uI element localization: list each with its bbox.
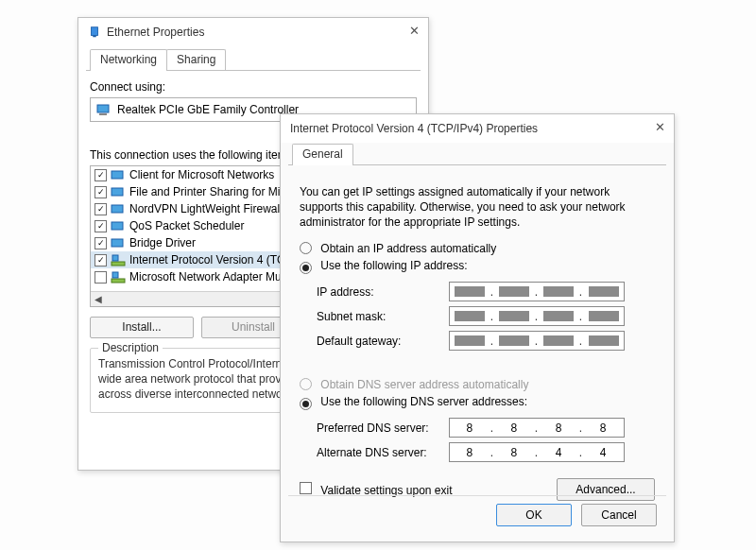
ok-button[interactable]: OK xyxy=(496,504,572,526)
cancel-button[interactable]: Cancel xyxy=(581,504,657,526)
preferred-dns-label: Preferred DNS server: xyxy=(317,421,449,435)
divider xyxy=(288,495,666,496)
svg-rect-2 xyxy=(97,105,109,112)
radio-ip-manual[interactable]: Use the following IP address: xyxy=(300,259,655,274)
default-gateway-label: Default gateway: xyxy=(317,335,449,348)
radio-icon xyxy=(300,262,312,274)
install-button[interactable]: Install... xyxy=(90,317,194,338)
service-icon xyxy=(111,168,126,181)
octet[interactable]: 4 xyxy=(541,446,576,459)
ethernet-icon xyxy=(88,26,101,39)
octet[interactable]: 8 xyxy=(453,421,487,435)
service-icon xyxy=(111,236,126,249)
list-item-label: Client for Microsoft Networks xyxy=(129,168,274,181)
radio-icon xyxy=(300,378,312,390)
checkbox-icon[interactable] xyxy=(94,237,107,249)
alternate-dns-input[interactable]: 8. 8. 4. 4 xyxy=(449,442,625,462)
radio-label: Obtain an IP address automatically xyxy=(320,242,496,255)
svg-rect-5 xyxy=(112,188,123,196)
info-text: You can get IP settings assigned automat… xyxy=(300,184,655,231)
service-icon xyxy=(111,185,126,198)
service-icon xyxy=(111,219,126,232)
radio-icon xyxy=(300,242,312,254)
checkbox-icon[interactable] xyxy=(94,254,107,266)
alternate-dns-label: Alternate DNS server: xyxy=(317,446,449,459)
service-icon xyxy=(111,202,126,215)
default-gateway-input[interactable]: . . . xyxy=(449,331,625,351)
octet[interactable]: 8 xyxy=(541,421,576,435)
checkbox-icon[interactable] xyxy=(94,169,107,181)
radio-label: Obtain DNS server address automatically xyxy=(320,378,528,391)
radio-icon xyxy=(300,398,312,410)
list-item-label: Bridge Driver xyxy=(129,236,196,249)
subnet-mask-input[interactable]: . . . xyxy=(449,306,625,326)
list-item-label: QoS Packet Scheduler xyxy=(129,219,244,232)
tab-sharing[interactable]: Sharing xyxy=(166,49,226,70)
tabstrip: General xyxy=(288,143,666,165)
checkbox-icon[interactable] xyxy=(94,186,107,198)
titlebar[interactable]: Ethernet Properties ✕ xyxy=(78,18,428,46)
tabstrip: Networking Sharing xyxy=(86,48,421,71)
tab-general[interactable]: General xyxy=(292,144,353,165)
advanced-button[interactable]: Advanced... xyxy=(557,478,655,501)
ip-address-label: IP address: xyxy=(317,285,449,299)
svg-rect-0 xyxy=(92,27,98,36)
client-area: General You can get IP settings assigned… xyxy=(288,143,666,534)
ipv4-properties-window: Internet Protocol Version 4 (TCP/IPv4) P… xyxy=(280,113,675,542)
octet[interactable]: 8 xyxy=(587,421,621,435)
window-title: Ethernet Properties xyxy=(107,26,204,39)
svg-rect-8 xyxy=(112,239,123,247)
svg-rect-11 xyxy=(112,279,125,283)
svg-rect-10 xyxy=(112,255,118,261)
checkbox-icon[interactable] xyxy=(94,220,107,232)
window-title: Internet Protocol Version 4 (TCP/IPv4) P… xyxy=(290,122,538,135)
checkbox-icon[interactable] xyxy=(94,271,107,284)
svg-rect-7 xyxy=(112,222,123,230)
svg-rect-4 xyxy=(112,171,123,179)
description-legend: Description xyxy=(98,341,163,354)
svg-rect-12 xyxy=(112,272,118,278)
tab-networking[interactable]: Networking xyxy=(90,49,167,71)
octet[interactable]: 8 xyxy=(497,446,531,459)
radio-ip-auto[interactable]: Obtain an IP address automatically xyxy=(300,242,655,255)
scroll-left-icon[interactable]: ◀ xyxy=(91,293,106,306)
svg-rect-6 xyxy=(112,205,123,213)
octet[interactable]: 8 xyxy=(453,446,487,459)
svg-rect-9 xyxy=(112,262,125,266)
checkbox-icon xyxy=(300,482,312,494)
octet[interactable]: 8 xyxy=(497,421,531,435)
close-icon[interactable]: ✕ xyxy=(651,119,668,136)
close-icon[interactable]: ✕ xyxy=(405,23,422,40)
adapter-name: Realtek PCIe GbE Family Controller xyxy=(117,103,299,116)
protocol-icon xyxy=(111,270,126,284)
radio-dns-auto: Obtain DNS server address automatically xyxy=(300,378,655,391)
svg-rect-3 xyxy=(99,113,107,115)
preferred-dns-input[interactable]: 8. 8. 8. 8 xyxy=(449,418,625,438)
subnet-mask-label: Subnet mask: xyxy=(317,310,449,323)
nic-icon xyxy=(96,103,112,116)
titlebar[interactable]: Internet Protocol Version 4 (TCP/IPv4) P… xyxy=(281,114,674,143)
radio-dns-manual[interactable]: Use the following DNS server addresses: xyxy=(300,395,655,410)
svg-rect-1 xyxy=(93,36,96,38)
connect-using-label: Connect using: xyxy=(90,80,417,94)
radio-label: Use the following IP address: xyxy=(320,259,467,272)
protocol-icon xyxy=(111,253,126,266)
list-item-label: NordVPN LightWeight Firewall xyxy=(129,202,283,215)
ip-address-input[interactable]: . . . xyxy=(449,282,625,301)
octet[interactable]: 4 xyxy=(587,446,621,459)
radio-label: Use the following DNS server addresses: xyxy=(320,395,527,408)
checkbox-icon[interactable] xyxy=(94,203,107,215)
